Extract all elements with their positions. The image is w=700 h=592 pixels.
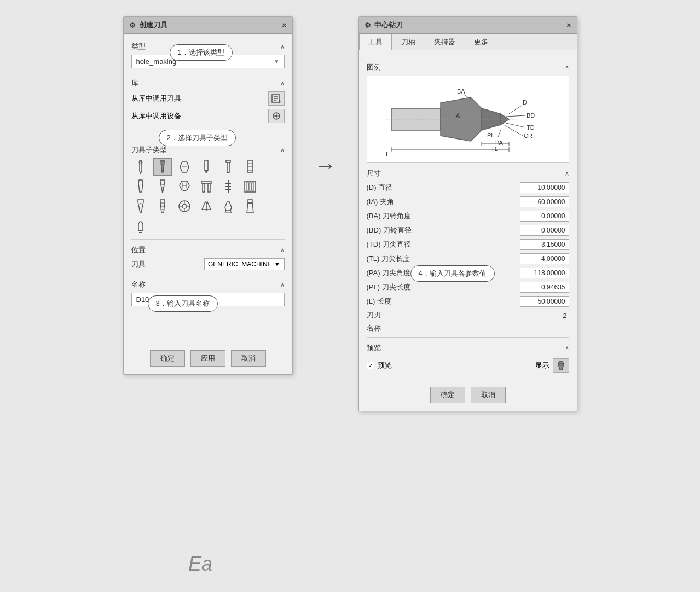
right-dialog-titlebar: ⚙ 中心钻刀 ×	[359, 17, 577, 34]
dim-row-1: (IA) 夹角	[367, 196, 569, 208]
svg-rect-15	[227, 162, 229, 172]
right-gear-icon: ⚙	[365, 21, 371, 30]
tool-icon-7[interactable]	[131, 178, 150, 195]
diagram-chevron: ∧	[565, 64, 569, 71]
preview-left: ✓ 预览	[367, 361, 392, 370]
left-dialog-titlebar: ⚙ 创建刀具 ×	[124, 17, 292, 34]
svg-rect-13	[205, 160, 208, 170]
preview-show-button[interactable]	[553, 358, 569, 373]
dim-input-6[interactable]	[520, 268, 569, 278]
svg-text:BD: BD	[527, 112, 535, 119]
position-row: 刀具 GENERIC_MACHINE ▼	[131, 258, 285, 270]
preview-show-label: 显示	[535, 361, 549, 370]
left-cancel-button[interactable]: 取消	[231, 350, 266, 367]
left-close-button[interactable]: ×	[282, 21, 286, 30]
preview-checkbox[interactable]: ✓	[367, 362, 374, 369]
tool-icon-13[interactable]	[131, 198, 150, 215]
tool-icon-3[interactable]	[175, 158, 194, 176]
tool-icon-14[interactable]	[153, 198, 172, 215]
center-drill-dialog: ⚙ 中心钻刀 × 工具 刀柄 夹持器 更多 图例 ∧	[358, 16, 577, 411]
svg-text:PA: PA	[495, 140, 504, 146]
svg-rect-24	[208, 183, 210, 192]
right-close-button[interactable]: ×	[566, 21, 571, 30]
left-dialog-title: ⚙ 创建刀具	[129, 20, 167, 30]
svg-rect-43	[248, 200, 252, 203]
dim-input-2[interactable]	[520, 211, 569, 222]
tool-icon-4[interactable]	[197, 158, 216, 176]
tool-icon-5[interactable]	[219, 158, 238, 176]
dim-row-3: (BD) 刀铃直径	[367, 224, 569, 236]
tool-icon-15[interactable]	[175, 198, 194, 215]
drill-diagram-svg: D BD BA IA TD CR	[375, 78, 561, 160]
tool-icon-1[interactable]	[131, 158, 150, 176]
svg-line-68	[498, 130, 501, 137]
dim-row-4: (TD) 刀尖直径	[367, 239, 569, 251]
svg-rect-23	[203, 183, 205, 192]
svg-rect-30	[246, 183, 248, 190]
preview-section-header: 预览 ∧	[367, 343, 569, 353]
bottom-text: Ea	[188, 553, 212, 576]
subtype-chevron: ∧	[280, 147, 285, 154]
diagram-section-label: 图例	[367, 62, 381, 72]
tool-icon-19[interactable]	[131, 217, 150, 235]
position-chevron: ∧	[280, 247, 285, 254]
device-library-icon	[271, 111, 282, 121]
left-ok-button[interactable]: 确定	[150, 350, 185, 367]
tool-icon-9[interactable]	[175, 178, 194, 195]
type-section-label: 类型	[131, 42, 146, 51]
svg-text:CR: CR	[524, 132, 533, 139]
name-row: 名称	[367, 323, 569, 334]
tool-subtype-grid	[131, 158, 285, 235]
dim-input-8[interactable]	[520, 296, 569, 307]
svg-line-50	[506, 115, 525, 117]
callout-2: 2．选择刀具子类型	[159, 130, 236, 146]
dim-input-1[interactable]	[520, 196, 569, 207]
svg-line-55	[506, 123, 525, 127]
dialog-arrow: →	[315, 153, 337, 178]
tab-holder[interactable]: 夹持器	[425, 34, 465, 50]
name-section-header: 名称 ∧	[131, 280, 285, 289]
dim-input-5[interactable]	[520, 253, 569, 264]
from-library-device-button[interactable]	[268, 109, 285, 123]
left-apply-button[interactable]: 应用	[190, 350, 225, 367]
svg-text:TD: TD	[527, 124, 535, 131]
main-container: ⚙ 创建刀具 × 类型 ∧ hole_making ▼ 1．选择该类型	[123, 16, 577, 411]
from-library-device-label: 从库中调用设备	[131, 111, 181, 121]
dim-row-2: (BA) 刀铃角度	[367, 210, 569, 222]
right-tabs: 工具 刀柄 夹持器 更多	[359, 34, 577, 50]
tab-more[interactable]: 更多	[465, 34, 497, 50]
tool-icon-2[interactable]	[153, 158, 172, 176]
tool-library-icon	[271, 94, 282, 103]
tool-position-label: 刀具	[131, 259, 146, 269]
tab-tool[interactable]: 工具	[359, 34, 392, 50]
tab-handle[interactable]: 刀柄	[392, 34, 425, 50]
dim-input-3[interactable]	[520, 225, 569, 236]
tool-icon-12[interactable]	[241, 178, 259, 195]
tool-icon-11[interactable]	[219, 178, 238, 195]
tool-icon-10[interactable]	[197, 178, 216, 195]
position-section-label: 位置	[131, 245, 146, 255]
right-cancel-button[interactable]: 取消	[471, 387, 506, 403]
svg-text:BA: BA	[457, 88, 465, 95]
dim-input-0[interactable]	[520, 182, 569, 193]
dim-row-5: (TL) 刀尖长度	[367, 253, 569, 265]
tool-icon-8[interactable]	[153, 178, 172, 195]
from-library-tool-button[interactable]	[268, 91, 285, 106]
flashlight-icon	[556, 360, 566, 371]
tool-icon-17[interactable]	[219, 198, 238, 215]
tool-icon-16[interactable]	[197, 198, 216, 215]
machine-dropdown[interactable]: GENERIC_MACHINE ▼	[204, 258, 285, 270]
svg-text:D: D	[523, 99, 527, 106]
dropdown-arrow-icon: ▼	[274, 59, 280, 65]
dim-input-7[interactable]	[520, 282, 569, 293]
right-ok-button[interactable]: 确定	[430, 387, 465, 403]
tool-icon-18[interactable]	[241, 198, 259, 215]
dim-input-4[interactable]	[520, 239, 569, 250]
preview-chevron: ∧	[565, 345, 569, 352]
gear-icon: ⚙	[129, 21, 136, 30]
right-dialog-title: ⚙ 中心钻刀	[365, 20, 403, 30]
tool-icon-6[interactable]	[241, 158, 259, 176]
callout-3: 3．输入刀具名称	[148, 295, 218, 312]
preview-section-label: 预览	[367, 343, 381, 353]
library-section-label: 库	[131, 78, 138, 88]
